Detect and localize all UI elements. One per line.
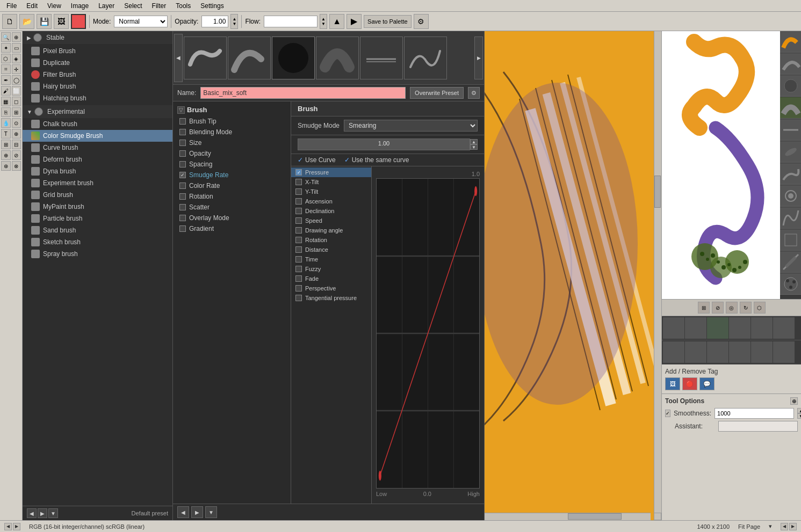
tool-extra1[interactable]: ⊕	[1, 150, 11, 160]
value-spin-up[interactable]: ▲	[470, 139, 478, 144]
brush-item-sand[interactable]: Sand brush	[23, 224, 172, 236]
brush-item-mypaint[interactable]: MyPaint brush	[23, 201, 172, 213]
thumb-1[interactable]	[780, 31, 802, 53]
sensor-xtilt[interactable]: X-Tilt	[291, 177, 371, 187]
brush-item-hatching[interactable]: Hatching brush	[23, 92, 172, 104]
thumb-10[interactable]	[780, 229, 802, 251]
preset-options-button[interactable]: ⚙	[468, 87, 480, 99]
opacity-spin-up[interactable]: ▲▼	[230, 14, 238, 29]
tool-paint[interactable]: 🖌	[1, 86, 11, 96]
brush-item-deform[interactable]: Deform brush	[23, 154, 172, 165]
prop-gradient-check[interactable]	[179, 225, 186, 232]
smoothness-input[interactable]	[715, 408, 794, 419]
prop-color-rate-check[interactable]	[179, 183, 186, 189]
tool-pen[interactable]: ✒	[1, 75, 11, 85]
prop-size[interactable]: Size	[173, 137, 291, 148]
statusbar-scroll-left[interactable]: ◀	[781, 523, 788, 530]
preset3-4[interactable]	[729, 341, 751, 363]
tool-heal[interactable]: ⊞	[12, 107, 21, 117]
canvas-vscrollbar[interactable]	[654, 31, 661, 513]
tool-lasso[interactable]: ⬡	[1, 54, 11, 63]
prop-opacity[interactable]: Opacity	[173, 148, 291, 159]
overwrite-preset-button[interactable]: Overwrite Preset	[410, 87, 464, 99]
canvas-hscrollbar[interactable]	[485, 513, 651, 520]
tool-zoom[interactable]: 🔍	[1, 32, 11, 42]
category-experimental[interactable]: ▼ Experimental	[23, 105, 172, 118]
tool-ref[interactable]: ⊟	[12, 140, 21, 149]
tag-btn-3[interactable]: 💬	[699, 377, 715, 390]
filter-icon[interactable]: ▽	[177, 106, 185, 114]
menu-layer[interactable]: Layer	[94, 1, 119, 11]
save-to-palette-button[interactable]: Save to Palette	[364, 15, 412, 28]
tool-smart-patch[interactable]: ⊙	[12, 118, 21, 128]
prop-blending-mode[interactable]: Blending Mode	[173, 127, 291, 137]
sensor-drawing-angle[interactable]: Drawing angle	[291, 225, 371, 235]
sensor-tangential[interactable]: Tangential pressure	[291, 293, 371, 303]
sensor-tangential-check[interactable]	[295, 295, 302, 301]
preset3-3[interactable]	[707, 341, 728, 363]
preview-ctrl-2[interactable]: ⊘	[712, 302, 724, 314]
prop-scatter[interactable]: Scatter	[173, 202, 291, 213]
brush-item-smudge[interactable]: Color Smudge Brush	[23, 130, 172, 142]
thumb-9[interactable]	[780, 207, 802, 229]
statusbar-expand[interactable]: ▾	[769, 523, 772, 530]
prop-size-check[interactable]	[179, 140, 186, 146]
sensor-rotation-check[interactable]	[295, 237, 302, 243]
flow-slider-bar[interactable]	[264, 16, 317, 27]
brush-item-duplicate[interactable]: Duplicate	[23, 57, 172, 69]
thumb-12[interactable]	[780, 273, 802, 295]
thumb-4[interactable]	[780, 97, 802, 119]
flow-spin[interactable]: ▲▼	[320, 14, 327, 29]
footer-btn-down[interactable]: ▼	[205, 506, 217, 518]
sensor-speed-check[interactable]	[295, 217, 302, 224]
brush-item-particle[interactable]: Particle brush	[23, 213, 172, 224]
tool-text[interactable]: T	[1, 129, 11, 139]
tool-eraser[interactable]: ◻	[12, 97, 21, 106]
preview-ctrl-3[interactable]: ◎	[726, 302, 738, 314]
toolbar-save[interactable]: 💾	[37, 14, 52, 29]
brush-item-filter[interactable]: Filter Brush	[23, 69, 172, 81]
sensor-declination-check[interactable]	[295, 208, 302, 214]
thumb-8[interactable]	[780, 185, 802, 207]
brush-nav-down[interactable]: ▼	[48, 508, 58, 518]
use-same-curve-check[interactable]: ✓ Use the same curve	[344, 156, 409, 164]
smoothness-check[interactable]: ✓	[665, 410, 670, 417]
toolbar-export[interactable]: 🖼	[54, 14, 69, 29]
menu-image[interactable]: Image	[67, 1, 93, 11]
brush-item-experiment[interactable]: Experiment brush	[23, 177, 172, 189]
preset2-4[interactable]	[729, 317, 751, 339]
menu-select[interactable]: Select	[120, 1, 146, 11]
prop-smudge-rate-check[interactable]: ✓	[179, 172, 186, 178]
brush-item-chalk[interactable]: Chalk brush	[23, 118, 172, 130]
sensor-distance[interactable]: Distance	[291, 245, 371, 254]
preset-thumb-2[interactable]	[228, 37, 271, 79]
menu-edit[interactable]: Edit	[22, 1, 42, 11]
preset2-3[interactable]	[707, 317, 728, 339]
preset2-5[interactable]	[751, 317, 773, 339]
preset-thumb-3[interactable]	[272, 37, 315, 79]
brush-item-spray[interactable]: Spray brush	[23, 248, 172, 260]
preset2-1[interactable]	[663, 317, 684, 339]
statusbar-right[interactable]: ▶	[13, 523, 20, 530]
thumb-11[interactable]	[780, 251, 802, 273]
sensor-declination[interactable]: Declination	[291, 206, 371, 216]
tool-color-sample[interactable]: 💧	[1, 118, 11, 128]
prop-rotation-check[interactable]	[179, 193, 186, 200]
sensor-pressure-check[interactable]: ✓	[295, 169, 302, 176]
opacity-input[interactable]	[201, 16, 228, 27]
tool-extra3[interactable]: ⊛	[1, 161, 11, 171]
sensor-speed[interactable]: Speed	[291, 216, 371, 225]
sensor-ytilt[interactable]: Y-Tilt	[291, 187, 371, 196]
prop-overlay-mode[interactable]: Overlay Mode	[173, 213, 291, 223]
preset-scroll-left[interactable]: ◀	[174, 34, 183, 82]
toolbar-new[interactable]: 🗋	[2, 14, 17, 29]
value-spin-down[interactable]: ▼	[470, 144, 478, 150]
menu-settings[interactable]: Settings	[196, 1, 228, 11]
tool-select-rect[interactable]: ▭	[12, 43, 21, 53]
smoothness-spin-down[interactable]: ▼	[797, 413, 801, 419]
thumb-5[interactable]	[780, 119, 802, 141]
statusbar-scroll-right[interactable]: ▶	[789, 523, 797, 530]
statusbar-left[interactable]: ◀	[4, 523, 12, 530]
thumb-6[interactable]	[780, 141, 802, 163]
prop-brush-tip-check[interactable]	[179, 118, 186, 125]
